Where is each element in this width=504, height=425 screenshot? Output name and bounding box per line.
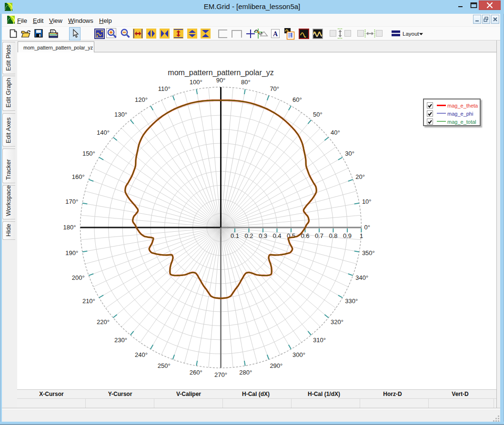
svg-text:0.9: 0.9 xyxy=(343,232,352,239)
svg-text:40°: 40° xyxy=(331,129,340,136)
svg-text:A: A xyxy=(273,30,278,38)
svg-text:340°: 340° xyxy=(355,274,368,281)
svg-text:210°: 210° xyxy=(82,297,95,305)
svg-text:150°: 150° xyxy=(82,150,95,157)
svg-text:330°: 330° xyxy=(345,297,358,305)
svg-text:10°: 10° xyxy=(362,198,372,205)
svg-text:110°: 110° xyxy=(158,85,171,92)
svg-text:0.1: 0.1 xyxy=(231,232,239,239)
svg-text:300°: 300° xyxy=(292,351,305,358)
svg-text:mom_pattern_pattern_polar_yz: mom_pattern_pattern_polar_yz xyxy=(168,69,273,77)
svg-text:270°: 270° xyxy=(214,371,227,378)
svg-text:220°: 220° xyxy=(97,318,110,326)
svg-text:290°: 290° xyxy=(270,362,282,369)
svg-text:230°: 230° xyxy=(114,336,127,344)
svg-text:140°: 140° xyxy=(97,129,110,136)
svg-text:0.3: 0.3 xyxy=(259,232,267,239)
svg-text:30°: 30° xyxy=(345,150,354,157)
svg-text:80°: 80° xyxy=(241,79,251,86)
svg-text:70°: 70° xyxy=(270,85,279,92)
svg-text:240°: 240° xyxy=(135,351,148,358)
svg-text:190°: 190° xyxy=(65,249,78,257)
svg-text:350°: 350° xyxy=(362,249,375,257)
svg-text:0°: 0° xyxy=(364,224,370,231)
svg-text:90°: 90° xyxy=(216,77,226,84)
svg-text:310°: 310° xyxy=(313,336,326,344)
svg-text:160°: 160° xyxy=(72,173,85,180)
svg-text:0.7: 0.7 xyxy=(315,232,323,239)
svg-text:120°: 120° xyxy=(135,96,148,103)
svg-text:60°: 60° xyxy=(292,96,302,103)
svg-text:100°: 100° xyxy=(190,79,202,86)
svg-text:200°: 200° xyxy=(72,274,85,281)
svg-text:1: 1 xyxy=(360,232,363,239)
svg-text:0.2: 0.2 xyxy=(244,232,253,239)
svg-text:0.8: 0.8 xyxy=(329,232,337,239)
svg-text:180°: 180° xyxy=(63,224,76,231)
svg-text:50°: 50° xyxy=(313,111,323,118)
svg-text:250°: 250° xyxy=(158,362,171,369)
svg-text:280°: 280° xyxy=(239,369,252,376)
svg-text:20°: 20° xyxy=(355,173,365,180)
svg-text:170°: 170° xyxy=(65,198,78,205)
svg-text:260°: 260° xyxy=(190,369,202,376)
svg-text:0.4: 0.4 xyxy=(272,232,281,239)
svg-text:130°: 130° xyxy=(114,111,127,118)
svg-text:320°: 320° xyxy=(331,318,343,326)
